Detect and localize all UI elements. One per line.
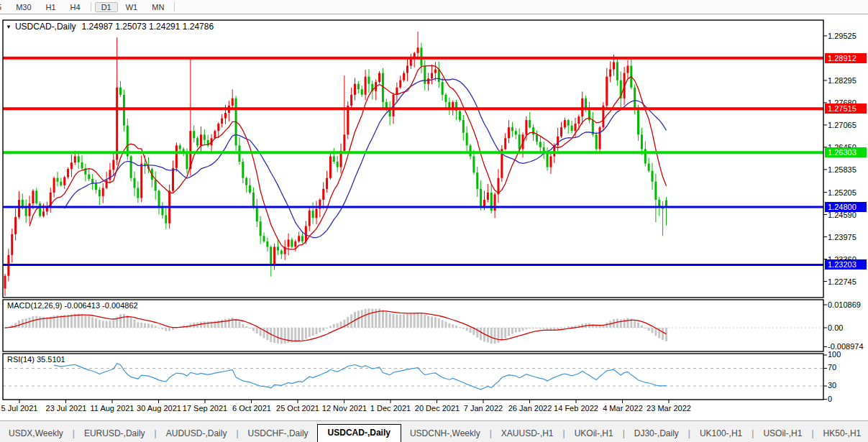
tab-eurusd-daily[interactable]: EURUSD-,Daily [76, 425, 154, 442]
chart-tabs: USDX,Weekly EURUSD-,Daily AUDUSD-,Daily … [0, 421, 868, 442]
tab-usdcnh-weekly[interactable]: USDCNH-,Weekly [401, 425, 489, 442]
rsi-axis-label: 0 [828, 395, 832, 403]
price-level-badge: 1.26303 [825, 147, 867, 157]
rsi-axis-label: 70 [828, 363, 836, 372]
rsi-axis-label: 30 [828, 381, 836, 390]
price-tick-label: 1.22745 [828, 277, 856, 286]
date-tick-label: 23 Mar 2022 [636, 404, 701, 413]
chart-canvas [0, 0, 868, 442]
price-level-badge: 1.28912 [825, 53, 867, 63]
macd-axis-label: 0.00 [828, 323, 843, 332]
macd-signal-value: -0.004862 [102, 301, 138, 310]
price-tick-label: 1.25205 [828, 188, 856, 197]
trading-terminal: 5 M30 H1 H4 D1 W1 MN ▼USDCAD-,Daily1.249… [0, 0, 868, 442]
tab-hk50-h1[interactable]: HK50-,H1 [815, 425, 868, 442]
macd-label: MACD(12,26,9) -0.006413 -0.004862 [7, 301, 138, 310]
price-level-badge: 1.24800 [825, 202, 867, 212]
symbol-label: USDCAD-,Daily [15, 22, 76, 32]
tab-uk100-h1[interactable]: UK100-,H1 [691, 425, 751, 442]
macd-name: MACD(12,26,9) [7, 301, 62, 310]
symbol-dropdown-icon[interactable]: ▼ [6, 24, 12, 30]
price-tick-label: 1.28295 [828, 76, 856, 85]
price-tick-label: 1.29525 [828, 32, 856, 40]
price-level-badge: 1.27515 [825, 103, 867, 114]
tab-xauusd-h1[interactable]: XAUUSD-,H1 [493, 425, 562, 442]
rsi-label: RSI(14) 35.5101 [7, 355, 65, 364]
tab-usdcad-daily[interactable]: USDCAD-,Daily [317, 424, 401, 442]
tab-dj30-daily[interactable]: DJ30-,Daily [626, 425, 687, 442]
price-level-badge: 1.23203 [825, 259, 867, 270]
price-tick-label: 1.25835 [828, 165, 856, 174]
chart-title: ▼USDCAD-,Daily1.24987 1.25073 1.24291 1.… [6, 22, 214, 32]
ohlc-values: 1.24987 1.25073 1.24291 1.24786 [82, 22, 214, 32]
macd-value: -0.006413 [64, 301, 100, 310]
tab-usoil-h1[interactable]: USOil-,H1 [754, 425, 810, 442]
rsi-value: 35.5101 [37, 355, 65, 364]
price-tick-label: 1.27065 [828, 121, 856, 129]
tab-usdchf-daily[interactable]: USDCHF-,Daily [239, 425, 317, 442]
macd-axis-label: 0.010869 [828, 300, 861, 309]
price-tick-label: 1.23975 [828, 233, 856, 241]
tab-usdx-weekly[interactable]: USDX,Weekly [0, 425, 72, 442]
tab-audusd-daily[interactable]: AUDUSD-,Daily [157, 425, 236, 442]
rsi-name: RSI(14) [7, 355, 35, 364]
rsi-axis-label: 100 [828, 350, 841, 359]
tab-ukoil-h1[interactable]: UKOil-,H1 [566, 425, 622, 442]
